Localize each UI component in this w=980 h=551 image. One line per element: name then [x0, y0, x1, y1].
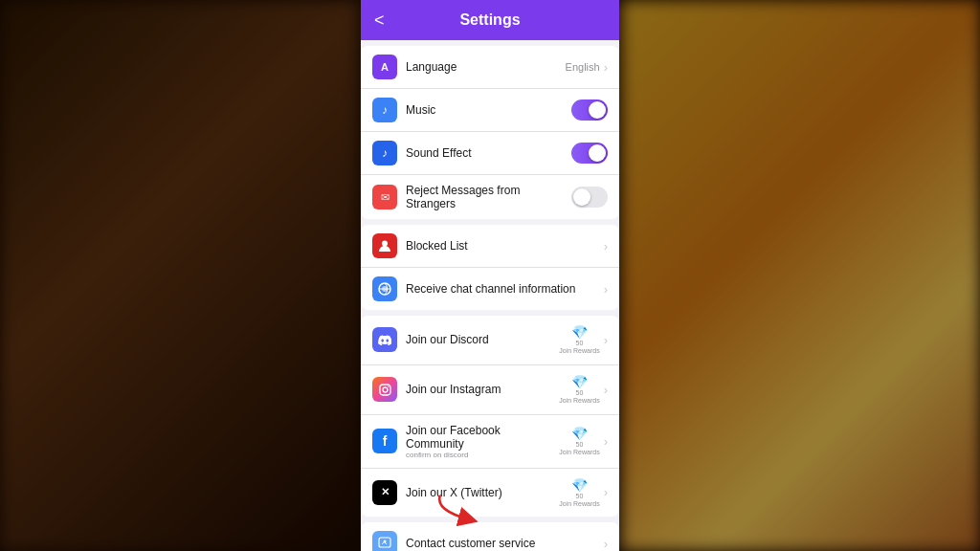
section-social: Join our Discord 💎 50Join Rewards › Join…	[361, 316, 619, 517]
settings-header: < Settings	[361, 0, 619, 40]
sidebar-item-music[interactable]: ♪ Music	[361, 89, 619, 132]
section-general: A Language English › ♪ Music ♪	[361, 46, 619, 219]
section-support: Contact customer service › 🎁 Gift Code ›	[361, 522, 619, 551]
facebook-label: Join our Facebook Community	[406, 424, 559, 451]
reject-messages-toggle[interactable]	[571, 187, 608, 208]
sound-effect-toggle[interactable]	[571, 143, 608, 164]
sidebar-item-receive-chat[interactable]: Receive chat channel information ›	[361, 268, 619, 310]
language-icon: A	[372, 55, 397, 79]
reject-messages-icon: ✉	[372, 185, 397, 209]
reject-messages-label: Reject Messages from Strangers	[406, 184, 571, 210]
receive-chat-chevron-icon: ›	[604, 282, 608, 297]
sidebar-item-contact-support[interactable]: Contact customer service ›	[361, 522, 619, 551]
sidebar-item-reject-messages[interactable]: ✉ Reject Messages from Strangers	[361, 175, 619, 219]
receive-chat-label: Receive chat channel information	[406, 282, 604, 296]
svg-point-3	[383, 387, 388, 392]
sidebar-item-twitter[interactable]: ✕ Join our X (Twitter) 💎 50Join Rewards …	[361, 469, 619, 518]
discord-label: Join our Discord	[406, 333, 559, 346]
blocked-list-chevron-icon: ›	[604, 239, 608, 253]
facebook-reward-badge: 💎 50Join Rewards	[559, 426, 599, 457]
instagram-icon	[372, 377, 397, 402]
sidebar-item-sound-effect[interactable]: ♪ Sound Effect	[361, 132, 619, 175]
sidebar-item-facebook[interactable]: f Join our Facebook Community confirm on…	[361, 415, 619, 469]
discord-icon	[372, 327, 397, 352]
svg-point-4	[388, 386, 390, 387]
twitter-reward-badge: 💎 50Join Rewards	[559, 477, 599, 509]
blocked-list-icon	[372, 233, 397, 258]
svg-point-6	[384, 540, 387, 543]
twitter-icon: ✕	[372, 480, 397, 505]
instagram-reward-badge: 💎 50Join Rewards	[559, 374, 599, 406]
discord-reward-badge: 💎 50Join Rewards	[559, 324, 599, 356]
twitter-label: Join our X (Twitter)	[406, 486, 559, 499]
contact-support-icon	[372, 531, 397, 551]
music-toggle[interactable]	[571, 99, 608, 121]
facebook-icon: f	[372, 429, 397, 453]
svg-point-0	[382, 241, 388, 247]
sound-effect-label: Sound Effect	[406, 146, 571, 160]
page-title: Settings	[459, 11, 520, 29]
sidebar-item-discord[interactable]: Join our Discord 💎 50Join Rewards ›	[361, 316, 619, 365]
section-privacy: Blocked List › Receive chat channel info…	[361, 225, 619, 310]
twitter-chevron-icon: ›	[604, 485, 608, 499]
blocked-list-label: Blocked List	[406, 239, 604, 253]
facebook-sublabel: confirm on discord	[406, 451, 559, 459]
instagram-chevron-icon: ›	[604, 383, 608, 397]
receive-chat-icon	[372, 276, 397, 301]
language-value: English	[566, 61, 600, 73]
music-label: Music	[406, 103, 571, 117]
music-icon: ♪	[372, 98, 397, 122]
back-button[interactable]: <	[374, 11, 385, 31]
sidebar-item-instagram[interactable]: Join our Instagram 💎 50Join Rewards ›	[361, 365, 619, 415]
language-label: Language	[406, 60, 566, 74]
discord-chevron-icon: ›	[604, 333, 608, 347]
phone-panel: < Settings A Language English › ♪ Music	[361, 0, 619, 551]
contact-support-chevron-icon: ›	[604, 537, 608, 551]
settings-list: A Language English › ♪ Music ♪	[361, 40, 619, 551]
facebook-chevron-icon: ›	[604, 434, 608, 449]
contact-support-label: Contact customer service	[406, 537, 604, 550]
sound-effect-icon: ♪	[372, 141, 397, 165]
instagram-label: Join our Instagram	[406, 383, 559, 396]
language-chevron-icon: ›	[604, 60, 608, 75]
sidebar-item-language[interactable]: A Language English ›	[361, 46, 619, 89]
sidebar-item-blocked-list[interactable]: Blocked List ›	[361, 225, 619, 268]
